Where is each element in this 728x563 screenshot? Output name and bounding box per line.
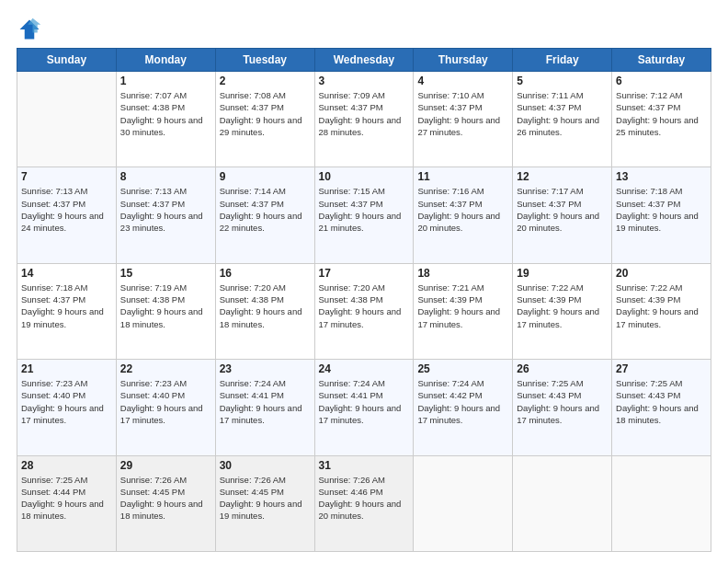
calendar-week-5: 28Sunrise: 7:25 AMSunset: 4:44 PMDayligh…: [17, 455, 711, 551]
cell-sun-info: Sunrise: 7:09 AMSunset: 4:37 PMDaylight:…: [319, 89, 410, 138]
day-number: 24: [319, 362, 410, 375]
day-number: 1: [120, 75, 211, 87]
day-number: 31: [319, 459, 410, 472]
calendar-cell: 23Sunrise: 7:24 AMSunset: 4:41 PMDayligh…: [215, 360, 314, 455]
calendar-cell: 11Sunrise: 7:16 AMSunset: 4:37 PMDayligh…: [414, 167, 513, 263]
cell-sun-info: Sunrise: 7:24 AMSunset: 4:41 PMDaylight:…: [220, 377, 311, 426]
cell-sun-info: Sunrise: 7:16 AMSunset: 4:37 PMDaylight:…: [417, 185, 508, 234]
cell-sun-info: Sunrise: 7:22 AMSunset: 4:39 PMDaylight:…: [517, 282, 608, 330]
day-number: 23: [220, 362, 311, 375]
cell-sun-info: Sunrise: 7:14 AMSunset: 4:37 PMDaylight:…: [220, 185, 311, 234]
cell-sun-info: Sunrise: 7:25 AMSunset: 4:43 PMDaylight:…: [616, 377, 707, 426]
cell-sun-info: Sunrise: 7:26 AMSunset: 4:46 PMDaylight:…: [319, 474, 410, 523]
day-number: 25: [417, 362, 508, 375]
day-number: 18: [417, 267, 508, 280]
calendar-header-thursday: Thursday: [414, 49, 513, 72]
cell-sun-info: Sunrise: 7:22 AMSunset: 4:39 PMDaylight:…: [616, 282, 707, 330]
calendar-header-sunday: Sunday: [17, 49, 117, 72]
calendar-cell: 4Sunrise: 7:10 AMSunset: 4:37 PMDaylight…: [414, 72, 513, 167]
day-number: 8: [120, 170, 211, 183]
calendar-cell: 12Sunrise: 7:17 AMSunset: 4:37 PMDayligh…: [513, 167, 612, 263]
calendar-cell: 7Sunrise: 7:13 AMSunset: 4:37 PMDaylight…: [17, 167, 117, 263]
calendar-cell: 21Sunrise: 7:23 AMSunset: 4:40 PMDayligh…: [17, 360, 117, 455]
cell-sun-info: Sunrise: 7:15 AMSunset: 4:37 PMDaylight:…: [319, 185, 410, 234]
cell-sun-info: Sunrise: 7:11 AMSunset: 4:37 PMDaylight:…: [517, 89, 608, 138]
calendar-cell: 20Sunrise: 7:22 AMSunset: 4:39 PMDayligh…: [612, 263, 711, 359]
cell-sun-info: Sunrise: 7:20 AMSunset: 4:38 PMDaylight:…: [319, 282, 410, 330]
day-number: 10: [319, 170, 410, 183]
calendar-week-2: 7Sunrise: 7:13 AMSunset: 4:37 PMDaylight…: [17, 167, 711, 263]
cell-sun-info: Sunrise: 7:07 AMSunset: 4:38 PMDaylight:…: [120, 89, 211, 138]
logo-icon: [17, 17, 42, 42]
day-number: 30: [220, 459, 311, 472]
calendar-cell: 2Sunrise: 7:08 AMSunset: 4:37 PMDaylight…: [215, 72, 314, 167]
calendar-cell: 28Sunrise: 7:25 AMSunset: 4:44 PMDayligh…: [17, 455, 117, 551]
day-number: 12: [517, 170, 608, 183]
day-number: 29: [120, 459, 211, 472]
calendar-week-4: 21Sunrise: 7:23 AMSunset: 4:40 PMDayligh…: [17, 360, 711, 455]
cell-sun-info: Sunrise: 7:12 AMSunset: 4:37 PMDaylight:…: [616, 89, 707, 138]
calendar-cell: 16Sunrise: 7:20 AMSunset: 4:38 PMDayligh…: [215, 263, 314, 359]
calendar-cell: 13Sunrise: 7:18 AMSunset: 4:37 PMDayligh…: [612, 167, 711, 263]
cell-sun-info: Sunrise: 7:19 AMSunset: 4:38 PMDaylight:…: [120, 282, 211, 330]
calendar-cell: 8Sunrise: 7:13 AMSunset: 4:37 PMDaylight…: [116, 167, 215, 263]
calendar-page: SundayMondayTuesdayWednesdayThursdayFrid…: [0, 0, 728, 563]
day-number: 20: [616, 267, 707, 280]
calendar-cell: 19Sunrise: 7:22 AMSunset: 4:39 PMDayligh…: [513, 263, 612, 359]
cell-sun-info: Sunrise: 7:20 AMSunset: 4:38 PMDaylight:…: [220, 282, 311, 330]
page-header: [17, 17, 711, 42]
calendar-header-wednesday: Wednesday: [314, 49, 414, 72]
calendar-header-row: SundayMondayTuesdayWednesdayThursdayFrid…: [17, 49, 711, 72]
cell-sun-info: Sunrise: 7:26 AMSunset: 4:45 PMDaylight:…: [120, 474, 211, 523]
calendar-cell: 17Sunrise: 7:20 AMSunset: 4:38 PMDayligh…: [314, 263, 414, 359]
day-number: 22: [120, 362, 211, 375]
day-number: 3: [319, 75, 410, 87]
calendar-cell: 24Sunrise: 7:24 AMSunset: 4:41 PMDayligh…: [314, 360, 414, 455]
cell-sun-info: Sunrise: 7:18 AMSunset: 4:37 PMDaylight:…: [616, 185, 707, 234]
day-number: 9: [220, 170, 311, 183]
calendar-cell: [17, 72, 117, 167]
calendar-cell: [612, 455, 711, 551]
calendar-cell: 18Sunrise: 7:21 AMSunset: 4:39 PMDayligh…: [414, 263, 513, 359]
day-number: 21: [21, 362, 112, 375]
day-number: 14: [21, 267, 112, 280]
calendar-header-friday: Friday: [513, 49, 612, 72]
day-number: 13: [616, 170, 707, 183]
day-number: 11: [417, 170, 508, 183]
calendar-week-3: 14Sunrise: 7:18 AMSunset: 4:37 PMDayligh…: [17, 263, 711, 359]
calendar-cell: 3Sunrise: 7:09 AMSunset: 4:37 PMDaylight…: [314, 72, 414, 167]
calendar-header-monday: Monday: [116, 49, 215, 72]
day-number: 4: [417, 75, 508, 87]
day-number: 26: [517, 362, 608, 375]
calendar-cell: 1Sunrise: 7:07 AMSunset: 4:38 PMDaylight…: [116, 72, 215, 167]
calendar-body: 1Sunrise: 7:07 AMSunset: 4:38 PMDaylight…: [17, 72, 711, 552]
day-number: 19: [517, 267, 608, 280]
calendar-cell: 31Sunrise: 7:26 AMSunset: 4:46 PMDayligh…: [314, 455, 414, 551]
day-number: 28: [21, 459, 112, 472]
day-number: 7: [21, 170, 112, 183]
calendar-cell: 22Sunrise: 7:23 AMSunset: 4:40 PMDayligh…: [116, 360, 215, 455]
calendar-cell: 14Sunrise: 7:18 AMSunset: 4:37 PMDayligh…: [17, 263, 117, 359]
calendar-cell: 6Sunrise: 7:12 AMSunset: 4:37 PMDaylight…: [612, 72, 711, 167]
cell-sun-info: Sunrise: 7:25 AMSunset: 4:44 PMDaylight:…: [21, 474, 112, 523]
cell-sun-info: Sunrise: 7:26 AMSunset: 4:45 PMDaylight:…: [220, 474, 311, 523]
calendar-cell: 30Sunrise: 7:26 AMSunset: 4:45 PMDayligh…: [215, 455, 314, 551]
day-number: 6: [616, 75, 707, 87]
calendar-cell: 15Sunrise: 7:19 AMSunset: 4:38 PMDayligh…: [116, 263, 215, 359]
calendar-cell: 10Sunrise: 7:15 AMSunset: 4:37 PMDayligh…: [314, 167, 414, 263]
day-number: 2: [220, 75, 311, 87]
logo: [17, 17, 46, 42]
calendar-week-1: 1Sunrise: 7:07 AMSunset: 4:38 PMDaylight…: [17, 72, 711, 167]
calendar-cell: 29Sunrise: 7:26 AMSunset: 4:45 PMDayligh…: [116, 455, 215, 551]
calendar-header-saturday: Saturday: [612, 49, 711, 72]
calendar-cell: [414, 455, 513, 551]
day-number: 17: [319, 267, 410, 280]
cell-sun-info: Sunrise: 7:23 AMSunset: 4:40 PMDaylight:…: [21, 377, 112, 426]
cell-sun-info: Sunrise: 7:13 AMSunset: 4:37 PMDaylight:…: [120, 185, 211, 234]
day-number: 27: [616, 362, 707, 375]
day-number: 15: [120, 267, 211, 280]
cell-sun-info: Sunrise: 7:23 AMSunset: 4:40 PMDaylight:…: [120, 377, 211, 426]
calendar-table: SundayMondayTuesdayWednesdayThursdayFrid…: [17, 48, 711, 552]
day-number: 16: [220, 267, 311, 280]
calendar-cell: 5Sunrise: 7:11 AMSunset: 4:37 PMDaylight…: [513, 72, 612, 167]
